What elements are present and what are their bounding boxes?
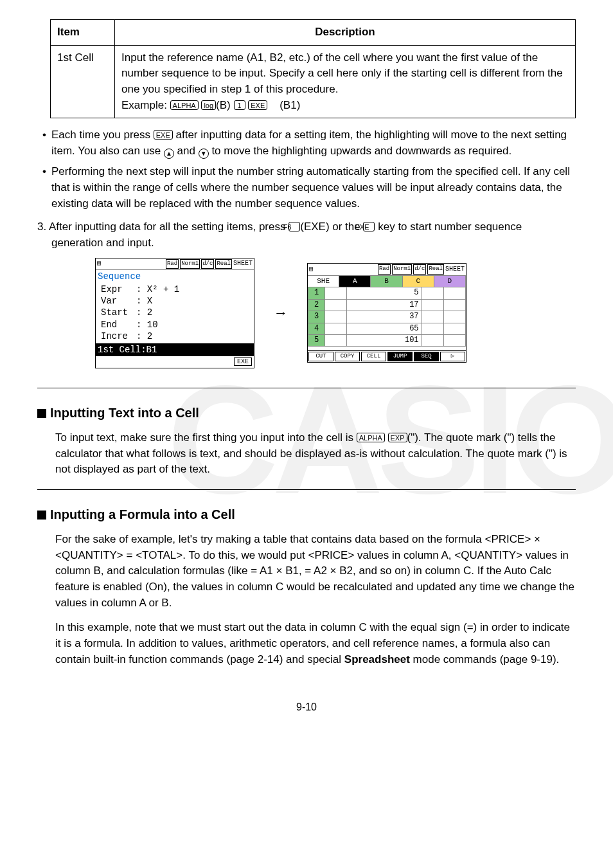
th-item: Item bbox=[51, 20, 115, 46]
cursor-down-icon: ▼ bbox=[199, 149, 209, 159]
example-result: (B1) bbox=[280, 99, 300, 111]
square-bullet-icon bbox=[37, 409, 46, 418]
sheet-tabs: SHE A B C D bbox=[308, 276, 466, 287]
section-formula-p1: For the sake of example, let's try makin… bbox=[37, 532, 576, 611]
square-bullet-icon bbox=[37, 511, 46, 520]
section-formula-p2: In this example, note that we must start… bbox=[37, 620, 576, 667]
key-exe: EXE bbox=[154, 130, 173, 140]
note-1: Each time you press EXE after inputting … bbox=[51, 127, 576, 212]
arrow-icon: → bbox=[274, 303, 288, 323]
sheet-grid: 15 217 337 465 5101 bbox=[308, 287, 466, 347]
calculator-screens-row: ▤ RadNorm1 d/cRealSHEET Sequence Expr: X… bbox=[37, 258, 576, 369]
key-alpha: ALPHA bbox=[357, 433, 385, 442]
example-label: Example: bbox=[121, 99, 167, 111]
sheet-softkeys: CUT COPY CELL JUMP SEQ ▷ bbox=[308, 350, 466, 362]
spreadsheet-bold: Spreadsheet bbox=[344, 653, 410, 665]
section-text-body: To input text, make sure the first thing… bbox=[37, 430, 576, 478]
description-table: Item Description 1st Cell Input the refe… bbox=[50, 19, 576, 118]
key-exe: EXE bbox=[248, 100, 267, 110]
exe-softkey: EXE bbox=[234, 357, 252, 366]
key-b-paren: (B) bbox=[216, 99, 231, 111]
td-item: 1st Cell bbox=[51, 45, 115, 118]
key-log: log bbox=[201, 100, 216, 110]
key-alpha: ALPHA bbox=[170, 100, 199, 110]
key-1: 1 bbox=[234, 100, 245, 110]
highlight-row: 1st Cell:B1 bbox=[96, 343, 254, 356]
calc-screen-sequence: ▤ RadNorm1 d/cRealSHEET Sequence Expr: X… bbox=[95, 258, 254, 369]
calc-screen-sheet: ▤ RadNorm1 d/cRealSHEET SHE A B C D 15 2… bbox=[307, 263, 466, 363]
section-heading-formula: Inputting a Formula into a Cell bbox=[37, 505, 576, 524]
notes-list: Each time you press EXE after inputting … bbox=[37, 127, 576, 212]
th-desc: Description bbox=[115, 20, 576, 46]
note-2: Performing the next step will input the … bbox=[51, 164, 576, 212]
sequence-body: Expr: X² + 1 Var: X Start: 2 End: 10 Inc… bbox=[96, 283, 254, 343]
step-3: 3. After inputting data for all the sett… bbox=[37, 219, 576, 251]
desc-text: Input the reference name (A1, B2, etc.) … bbox=[121, 51, 563, 95]
cursor-up-icon: ▲ bbox=[164, 149, 174, 159]
td-desc: Input the reference name (A1, B2, etc.) … bbox=[115, 45, 576, 118]
page-number: 9-10 bbox=[37, 700, 576, 714]
section-heading-text: Inputting Text into a Cell bbox=[37, 404, 576, 422]
key-f6: F6 bbox=[289, 222, 300, 231]
key-exe: EXE bbox=[363, 222, 375, 231]
sequence-title: Sequence bbox=[96, 270, 254, 283]
key-exp: EXP bbox=[388, 433, 407, 442]
